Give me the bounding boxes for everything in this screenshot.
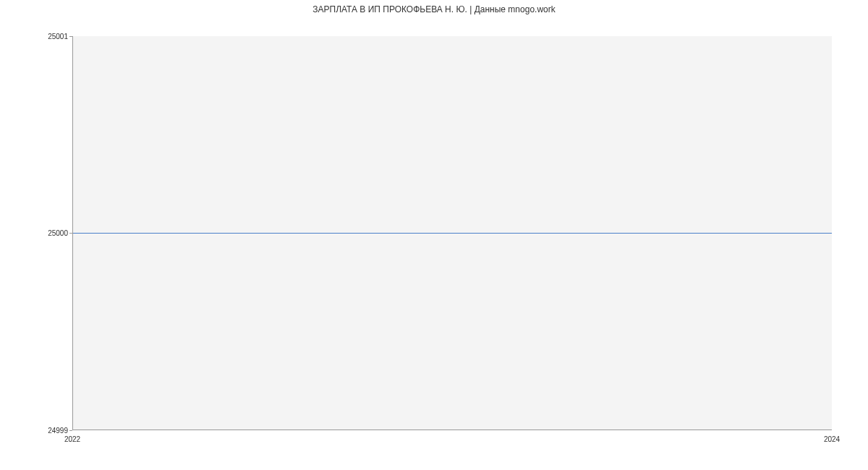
x-tick-label: 2024 [824,435,840,443]
y-tick-label: 24999 [48,427,68,435]
chart-title: ЗАРПЛАТА В ИП ПРОКОФЬЕВА Н. Ю. | Данные … [0,4,868,14]
y-tick-mark [69,430,72,431]
y-tick-label: 25000 [48,229,68,237]
y-tick-mark [69,233,72,234]
data-line [73,233,832,234]
plot-area [72,36,832,430]
y-tick-label: 25001 [48,33,68,40]
x-tick-label: 2022 [64,435,80,443]
y-tick-mark [69,36,72,37]
